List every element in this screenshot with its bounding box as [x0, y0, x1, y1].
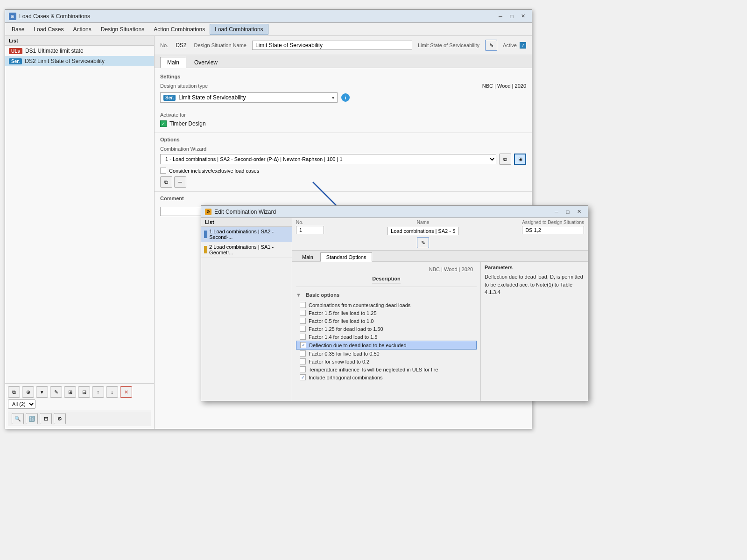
toolbar-copy-btn[interactable]: ⧉	[8, 386, 20, 398]
menu-load-combinations[interactable]: Load Combinations	[210, 24, 268, 35]
option-item-4[interactable]: Factor 1.4 for dead load to 1.5	[296, 333, 477, 341]
dialog-list-item-1[interactable]: 1 Load combinations | SA2 - Second-...	[201, 227, 292, 242]
include-label: Consider inclusive/exclusive load cases	[169, 168, 259, 174]
detail-no-value: 1	[296, 226, 324, 234]
dsn-edit-btn[interactable]: ✎	[485, 40, 497, 51]
option-text-0: Combinations from counteracting dead loa…	[309, 302, 410, 308]
all-select[interactable]: All (2)	[8, 399, 35, 409]
ds1-label: DS1 Ultimate limit state	[25, 48, 84, 54]
option-text-4: Factor 1.4 for dead load to 1.5	[309, 334, 377, 340]
menu-actions[interactable]: Actions	[68, 24, 96, 35]
timber-design-checkbox-item[interactable]: ✓ Timber Design	[160, 120, 526, 127]
dialog-maximize-btn[interactable]: □	[563, 208, 573, 216]
option-text-8: Temperature influence Ts will be neglect…	[309, 367, 438, 372]
option-text-7: Factor for snow load to 0.2	[309, 359, 369, 364]
option-item-6[interactable]: Factor 0.35 for live load to 0.50	[296, 350, 477, 357]
wizard-edit-btn[interactable]: ⊞	[514, 154, 526, 165]
dialog-close-btn[interactable]: ✕	[574, 208, 584, 216]
menu-design-situations[interactable]: Design Situations	[96, 24, 149, 35]
minimize-button[interactable]: ─	[495, 12, 506, 21]
detail-name-edit-btn[interactable]: ✎	[417, 237, 429, 248]
dialog-detail-header: No. 1 Name ✎ Assigned to Design Situatio…	[292, 218, 588, 251]
active-checkbox[interactable]: ✓	[520, 42, 526, 49]
field-row: No. DS2 Design Situation Name Limit Stat…	[155, 36, 532, 55]
option-checkbox-6[interactable]	[300, 350, 306, 357]
dialog-tab-standard-options[interactable]: Standard Options	[320, 252, 373, 262]
option-checkbox-8[interactable]	[300, 366, 306, 372]
option-checkbox-7[interactable]	[300, 358, 306, 364]
option-checkbox-4[interactable]	[300, 334, 306, 340]
comment-label: Comment	[160, 196, 526, 201]
nbc-header: NBC | Wood | 2020	[296, 265, 477, 274]
option-item-5[interactable]: ✓ Deflection due to dead load to be excl…	[296, 341, 477, 350]
title-bar: ⊞ Load Cases & Combinations ─ □ ✕	[5, 10, 532, 23]
left-toolbar: ⧉ ⊕ ▾ ✎ ⊞ ⊟ ↑ ↓ ✕ All (2) 🔍 🔢 ⊞	[5, 383, 154, 429]
option-item-0[interactable]: Combinations from counteracting dead loa…	[296, 301, 477, 309]
toolbar-up-btn[interactable]: ↑	[92, 386, 104, 398]
maximize-button[interactable]: □	[507, 12, 517, 21]
option-text-3: Factor 1.25 for dead load to 1.50	[309, 326, 383, 332]
search-btn[interactable]: 🔍	[12, 413, 24, 424]
option-checkbox-9[interactable]: ✓	[300, 374, 306, 380]
menu-load-cases[interactable]: Load Cases	[29, 24, 68, 35]
no-label: No.	[160, 42, 168, 48]
dropdown-text: Limit State of Serviceability	[178, 94, 246, 101]
toolbar-delete-btn[interactable]: ✕	[120, 386, 132, 398]
tab-main[interactable]: Main	[160, 57, 186, 68]
info-button[interactable]: i	[341, 93, 350, 102]
menu-action-combinations[interactable]: Action Combinations	[149, 24, 210, 35]
inclusive-row: Consider inclusive/exclusive load cases	[160, 168, 526, 174]
design-situation-name-input[interactable]	[252, 41, 412, 50]
dialog-icon: ⚙	[205, 209, 211, 215]
option-checkbox-5[interactable]: ✓	[300, 342, 306, 348]
option-item-7[interactable]: Factor for snow load to 0.2	[296, 357, 477, 365]
dialog-minimize-btn[interactable]: ─	[551, 208, 562, 216]
option-item-2[interactable]: Factor 0.5 for live load to 1.0	[296, 317, 477, 325]
settings-title: Settings	[160, 74, 526, 79]
settings-btn2[interactable]: ⚙	[54, 413, 66, 424]
filter-btn[interactable]: ⊞	[40, 413, 52, 424]
wizard-copy-btn[interactable]: ⧉	[499, 154, 511, 165]
toolbar-edit-btn[interactable]: ✎	[50, 386, 62, 398]
option-item-9[interactable]: ✓ Include orthogonal combinations	[296, 373, 477, 381]
wizard-dropdown[interactable]: 1 - Load combinations | SA2 - Second-ord…	[160, 154, 496, 164]
menu-base[interactable]: Base	[7, 24, 29, 35]
dst-right-value: NBC | Wood | 2020	[482, 83, 526, 89]
dropdown-arrow-icon: ▾	[332, 95, 334, 100]
toolbar-dropdown-btn[interactable]: ▾	[36, 386, 48, 398]
tab-overview[interactable]: Overview	[187, 57, 225, 68]
close-button[interactable]: ✕	[518, 12, 528, 21]
basic-options-title: Basic options	[306, 290, 339, 300]
type-dropdown[interactable]: Ser. Limit State of Serviceability ▾	[160, 92, 338, 103]
dropdown-badge: Ser.	[163, 95, 176, 101]
option-checkbox-0[interactable]	[300, 302, 306, 308]
toolbar-down-btn[interactable]: ↓	[106, 386, 118, 398]
option-item-1[interactable]: Factor 1.5 for live load to 1.25	[296, 309, 477, 317]
option-item-8[interactable]: Temperature influence Ts will be neglect…	[296, 365, 477, 373]
option-checkbox-1[interactable]	[300, 310, 306, 316]
dialog-list-item-2[interactable]: 2 Load combinations | SA1 - Geometr...	[201, 242, 292, 258]
option-text-6: Factor 0.35 for live load to 0.50	[309, 351, 380, 357]
timber-design-checkbox[interactable]: ✓	[160, 120, 167, 127]
tabs: Main Overview	[155, 55, 532, 68]
option-checkbox-2[interactable]	[300, 318, 306, 324]
list-item-ds2[interactable]: Ser. DS2 Limit State of Serviceability	[5, 56, 154, 66]
include-checkbox[interactable]	[160, 168, 166, 174]
option-checkbox-3[interactable]	[300, 326, 306, 332]
menu-bar: Base Load Cases Actions Design Situation…	[5, 23, 532, 36]
opt-copy-btn[interactable]: ⧉	[160, 176, 172, 188]
dialog-title-bar: ⚙ Edit Combination Wizard ─ □ ✕	[201, 206, 588, 218]
toolbar-merge-btn[interactable]: ⊞	[64, 386, 76, 398]
expand-icon[interactable]: ▼	[296, 292, 301, 298]
search-num-btn[interactable]: 🔢	[26, 413, 38, 424]
detail-name-input[interactable]	[388, 227, 458, 235]
toolbar-add-btn[interactable]: ⊕	[22, 386, 34, 398]
list-item-ds1[interactable]: ULs DS1 Ultimate limit state	[5, 46, 154, 56]
dialog-tab-main[interactable]: Main	[296, 252, 319, 261]
toolbar-split-btn[interactable]: ⊟	[78, 386, 90, 398]
option-item-3[interactable]: Factor 1.25 for dead load to 1.50	[296, 325, 477, 333]
item-color-bar-blue	[204, 231, 207, 238]
description-header: Description	[372, 274, 401, 284]
opt-minus-btn[interactable]: ─	[174, 176, 186, 188]
parameters-text: Deflection due to dead load, D, is permi…	[485, 273, 584, 296]
